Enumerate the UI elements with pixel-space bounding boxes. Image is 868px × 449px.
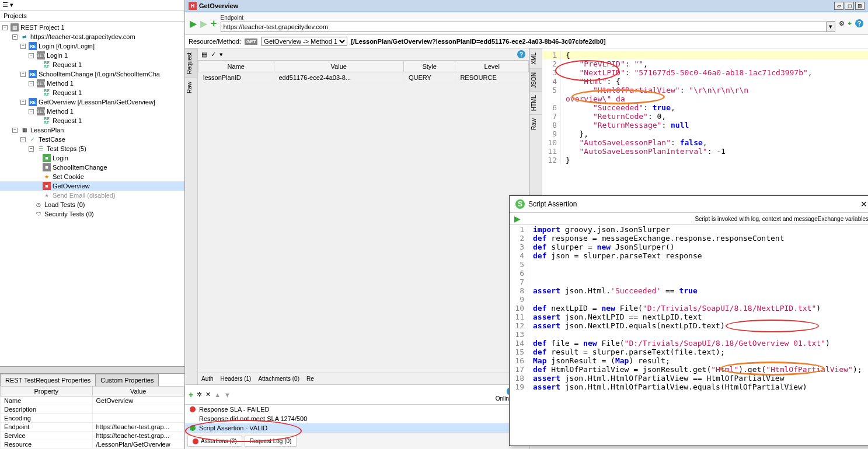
col-style: Style	[403, 61, 455, 72]
tree-getoverview-resource[interactable]: GetOverview [/LessonPlan/GetOverview]	[39, 99, 155, 106]
request-icon: REST	[43, 89, 51, 97]
tree-lessonplan[interactable]: LessonPlan	[30, 127, 64, 134]
resource-path: [/LessonPlan/GetOverview?lessonPlanID=ed…	[351, 38, 605, 45]
resource-icon: RE	[29, 98, 37, 106]
table-row[interactable]: lessonPlanID edd51176-ece2-4a03-8... QUE…	[198, 72, 529, 83]
tree-loadtests[interactable]: Load Tests (0)	[44, 201, 85, 208]
dialog-msg: Script is invoked with log, context and …	[695, 216, 868, 222]
tree-teststeps[interactable]: Test Steps (5)	[47, 145, 86, 152]
maximize-icon[interactable]: ◻	[845, 2, 854, 10]
run-script-button[interactable]: ▶	[514, 214, 521, 223]
method-icon: GET	[37, 79, 45, 87]
resource-method-select[interactable]: GetOverview -> Method 1	[261, 37, 347, 46]
testcase-icon: ✓	[29, 135, 37, 143]
dialog-icon: S	[515, 199, 525, 209]
toolbar-icon[interactable]: ⚙	[839, 20, 845, 27]
tab-xml[interactable]: XML	[529, 48, 542, 68]
remove-icon[interactable]: ✕	[205, 391, 211, 398]
tree-step-login[interactable]: Login	[53, 155, 68, 162]
step-icon: ★	[43, 173, 51, 181]
script-assertion-dialog: S Script Assertion ✕ ▶ Script is invoked…	[509, 195, 868, 446]
tree-step-setcookie[interactable]: Set Cookie	[53, 173, 84, 180]
tree-method[interactable]: Method 1	[47, 80, 74, 87]
tab-assertions[interactable]: Assertions (2)	[187, 436, 242, 447]
tree-step-sendemail[interactable]: Send Email (disabled)	[53, 192, 116, 199]
assertion-row[interactable]: Script Assertion - VALID	[185, 423, 529, 433]
tab-json[interactable]: JSON	[529, 68, 542, 92]
add-icon[interactable]: +	[848, 20, 852, 27]
assertion-row[interactable]: Response did not meet SLA 1274/500	[185, 414, 529, 423]
tree-securitytests[interactable]: Security Tests (0)	[44, 211, 94, 218]
testsuite-icon: ▦	[20, 126, 29, 134]
close-icon[interactable]: ⊠	[855, 2, 864, 10]
col-name: Name	[198, 61, 274, 72]
request-subtab[interactable]: Auth	[201, 376, 214, 382]
run-button[interactable]: ▶	[190, 18, 197, 29]
add-assertion-button[interactable]: +	[189, 390, 193, 399]
tree-schoolitem-resource[interactable]: SchoolItemChange [/Login/SchoolItemCha	[39, 71, 160, 78]
tree-request[interactable]: Request 1	[53, 89, 82, 96]
tab-custom-properties[interactable]: Custom Properties	[95, 374, 159, 386]
expander-icon[interactable]: −	[12, 34, 18, 40]
endpoint-dropdown[interactable]: ▾	[827, 21, 835, 32]
tree-step-getoverview[interactable]: GetOverview	[53, 183, 90, 190]
loadtest-icon: ◷	[34, 201, 43, 209]
tab-request[interactable]: Request	[185, 48, 197, 78]
tab-raw[interactable]: Raw	[529, 114, 542, 134]
tree-step-schoolitem[interactable]: SchoolItemChange	[53, 164, 107, 171]
assertions-toolbar: + ✲ ✕ ▲ ▼ ? Online Help	[185, 384, 529, 404]
expander-icon[interactable]: −	[2, 25, 8, 30]
col-level: Level	[455, 61, 529, 72]
toolbar-icon[interactable]: ✓	[211, 51, 216, 58]
project-panel: ☰ ▾ Projects −▦REST Project 1 −⇄https://…	[0, 0, 185, 449]
project-icon: ▦	[11, 23, 19, 31]
service-icon: ⇄	[20, 33, 29, 41]
dialog-title: Script Assertion	[528, 200, 577, 208]
editor-tab-header: H GetOverview ▱ ◻ ⊠	[185, 0, 868, 12]
request-subtab[interactable]: Headers (1)	[221, 376, 252, 382]
close-icon[interactable]: ✕	[860, 199, 867, 209]
tree-request[interactable]: Request 1	[53, 61, 82, 68]
tab-raw[interactable]: Raw	[185, 78, 197, 97]
method-icon: GET	[37, 51, 45, 59]
tab-rest-properties[interactable]: REST TestRequest Properties	[0, 374, 96, 386]
tree-login-resource[interactable]: Login [/Login/Login]	[39, 43, 95, 50]
down-icon[interactable]: ▼	[224, 391, 231, 398]
script-editor[interactable]: 1import groovy.json.JsonSlurper2def resp…	[510, 225, 868, 446]
request-toolbar: ▶ ▶ + Endpoint ▾ ⚙ + ?	[185, 12, 868, 35]
toolbar-dd[interactable]: ▾	[219, 51, 223, 58]
tab-html[interactable]: HTML	[529, 91, 542, 114]
assertions-list[interactable]: Response SLA - FAILEDResponse did not me…	[185, 404, 529, 433]
tree-testcase[interactable]: TestCase	[39, 136, 65, 143]
teststeps-icon: ☰	[37, 145, 45, 153]
tree-service[interactable]: https://teacher-test.grapecitydev.com	[30, 33, 135, 40]
tree-root[interactable]: REST Project 1	[20, 24, 65, 31]
step-icon: ■	[43, 163, 51, 171]
up-icon[interactable]: ▲	[214, 391, 221, 398]
tree-method[interactable]: Method 1	[47, 108, 74, 115]
request-subtab[interactable]: Attachments (0)	[258, 376, 299, 382]
minimize-icon[interactable]: ▱	[834, 2, 843, 10]
tree-request[interactable]: Request 1	[53, 117, 82, 124]
endpoint-input[interactable]	[221, 22, 827, 32]
parameters-table: Name Value Style Level lessonPlanID edd5…	[198, 61, 529, 83]
assertion-row[interactable]: Response SLA - FAILED	[185, 405, 529, 414]
request-subtab[interactable]: Re	[306, 376, 314, 382]
col-property: Property	[1, 387, 93, 397]
panel-toolbar: ☰ ▾	[0, 0, 184, 10]
help-icon[interactable]: ?	[517, 50, 525, 58]
toolbar-icon[interactable]: ▤	[201, 51, 207, 58]
add-button[interactable]: +	[211, 17, 217, 30]
resource-label: Resource/Method:	[189, 38, 241, 45]
tree-login-method[interactable]: Login 1	[47, 52, 68, 59]
col-value: Value	[274, 61, 403, 72]
gear-icon[interactable]: ✲	[197, 391, 202, 398]
run-all-button[interactable]: ▶	[200, 18, 207, 29]
tab-request-log[interactable]: Request Log (0)	[245, 436, 297, 447]
help-icon[interactable]: ?	[855, 19, 863, 27]
request-icon: REST	[43, 117, 51, 125]
step-icon: ■	[43, 182, 51, 190]
properties-table: PropertyValue NameGetOverviewDescription…	[0, 386, 184, 449]
project-tree[interactable]: −▦REST Project 1 −⇄https://teacher-test.…	[0, 22, 184, 366]
col-value: Value	[92, 387, 184, 397]
